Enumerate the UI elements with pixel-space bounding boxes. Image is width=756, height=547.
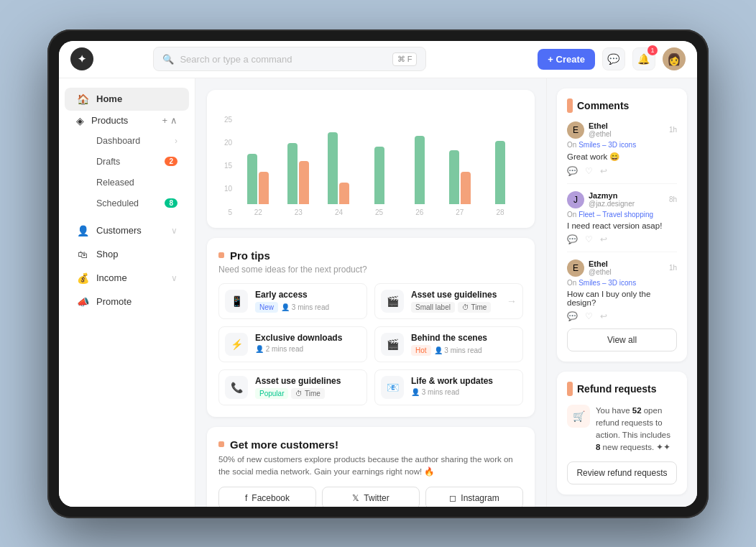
notifications-button[interactable]: 🔔 1 — [632, 47, 655, 70]
tip-title: Behind the scenes — [411, 333, 517, 343]
get-customers-card: Get more customers! 50% of new customers… — [207, 427, 535, 507]
shop-label: Shop — [96, 249, 118, 259]
bar-orange — [259, 172, 269, 204]
search-bar[interactable]: 🔍 Search or type a command ⌘ F — [153, 47, 426, 71]
like-icon[interactable]: ♡ — [585, 234, 593, 244]
notification-badge: 1 — [647, 45, 658, 55]
sidebar-item-income[interactable]: 💰 Income ∨ — [65, 267, 189, 290]
bar-group — [281, 111, 315, 204]
tip-arrow: → — [507, 295, 517, 307]
sidebar-item-scheduled[interactable]: Scheduled 8 — [65, 193, 189, 213]
share-icon[interactable]: ↩ — [600, 234, 607, 244]
bar-pair — [328, 111, 349, 204]
social-button-twitter[interactable]: 𝕏Twitter — [322, 487, 420, 507]
tip-content: Asset use guidelinesSmall label⏱ Time — [411, 290, 499, 313]
sidebar: 🏠 Home ◈ Products + ∧ Dashboard — [59, 78, 195, 507]
x-label: 27 — [443, 208, 477, 216]
create-button[interactable]: + Create — [538, 49, 595, 70]
share-icon[interactable]: ↩ — [600, 166, 607, 176]
products-icon: ◈ — [76, 115, 84, 127]
refund-card: Refund requests 🛒 You have 52 open refun… — [557, 372, 687, 495]
drafts-label: Drafts — [96, 157, 120, 167]
tip-item[interactable]: 📱Early accessNew👤 3 mins read — [218, 283, 367, 319]
reply-icon[interactable]: 💬 — [567, 166, 578, 176]
tip-item[interactable]: 🎬Behind the scenesHot👤 3 mins read — [374, 326, 523, 362]
tip-title: Life & work updates — [411, 376, 517, 386]
reply-icon[interactable]: 💬 — [567, 234, 578, 244]
like-icon[interactable]: ♡ — [585, 166, 593, 176]
comment-handle: @ethel — [589, 268, 612, 276]
bar-group — [241, 111, 275, 204]
refund-icon: 🛒 — [567, 405, 590, 428]
sidebar-item-drafts[interactable]: Drafts 2 — [65, 152, 189, 172]
chart-container: 25 20 15 10 5 22232425262 — [218, 101, 523, 216]
comment-actions: 💬 ♡ ↩ — [567, 234, 677, 244]
tip-icon: 📧 — [381, 376, 404, 399]
comment-avatar: E — [567, 121, 584, 139]
tip-tags: Small label⏱ Time — [411, 302, 499, 313]
social-buttons: fFacebook𝕏Twitter◻Instagram — [218, 487, 523, 507]
tip-item[interactable]: 📞Asset use guidelinesPopular⏱ Time — [218, 369, 367, 405]
income-chevron: ∨ — [171, 273, 178, 283]
sidebar-item-home[interactable]: 🏠 Home — [65, 88, 189, 111]
tip-title: Asset use guidelines — [255, 376, 361, 386]
pro-tips-dot — [218, 252, 224, 258]
tip-title: Early access — [255, 290, 361, 300]
comment-header: J Jazmyn @jaz.designer 8h — [567, 191, 677, 208]
tip-meta: 👤 3 mins read — [411, 388, 459, 396]
pro-tips-subtitle: Need some ideas for the next product? — [218, 265, 523, 275]
tip-item[interactable]: 🎬Asset use guidelinesSmall label⏱ Time→ — [374, 283, 523, 319]
share-icon[interactable]: ↩ — [600, 311, 607, 321]
bar-group — [402, 111, 437, 204]
sidebar-item-promote[interactable]: 📣 Promote — [65, 290, 189, 313]
tip-item[interactable]: ⚡Exclusive downloads👤 2 mins read — [218, 326, 367, 362]
user-avatar[interactable]: 👩 — [663, 47, 686, 70]
messages-icon: 💬 — [607, 53, 619, 65]
bar-green — [415, 136, 425, 204]
comment-user: Jazmyn — [589, 191, 635, 200]
top-bar-right: + Create 💬 🔔 1 👩 — [538, 47, 686, 70]
bar-pair — [374, 111, 384, 204]
sidebar-item-released[interactable]: Released — [65, 173, 189, 193]
sidebar-item-shop[interactable]: 🛍 Shop — [65, 243, 189, 266]
like-icon[interactable]: ♡ — [585, 311, 593, 321]
drafts-badge: 2 — [165, 157, 178, 166]
x-label: 25 — [362, 208, 397, 216]
comment-on-product[interactable]: Fleet – Travel shopping — [578, 211, 653, 219]
search-placeholder: Search or type a command — [180, 54, 292, 65]
messages-button[interactable]: 💬 — [602, 47, 625, 70]
sidebar-item-dashboard[interactable]: Dashboard › — [65, 131, 189, 151]
review-refund-button[interactable]: Review refund requests — [567, 461, 677, 484]
social-button-instagram[interactable]: ◻Instagram — [425, 487, 523, 507]
comment-item: E Ethel @ethel 1h On Smiles – 3D icons G… — [567, 121, 677, 184]
bar-orange — [339, 183, 349, 204]
tip-tag: ⏱ Time — [458, 302, 491, 313]
social-button-facebook[interactable]: fFacebook — [218, 487, 316, 507]
promote-label: Promote — [96, 296, 132, 307]
dashboard-label: Dashboard — [96, 136, 140, 146]
income-icon: 💰 — [76, 272, 89, 284]
collapse-products-icon[interactable]: ∧ — [170, 115, 178, 126]
comment-item: J Jazmyn @jaz.designer 8h On Fleet – Tra… — [567, 191, 677, 252]
comments-title: Comments — [567, 98, 677, 113]
products-header[interactable]: ◈ Products + ∧ — [76, 115, 178, 127]
view-all-button[interactable]: View all — [567, 328, 677, 351]
products-section: ◈ Products + ∧ — [65, 112, 189, 129]
tip-item[interactable]: 📧Life & work updates👤 3 mins read — [374, 369, 523, 405]
sidebar-item-customers[interactable]: 👤 Customers ∨ — [65, 219, 189, 242]
comment-on-product[interactable]: Smiles – 3D icons — [578, 279, 636, 287]
home-icon: 🏠 — [76, 93, 89, 105]
scheduled-label: Scheduled — [96, 198, 139, 208]
x-label: 28 — [483, 208, 517, 216]
tip-meta: 👤 3 mins read — [434, 346, 482, 354]
reply-icon[interactable]: 💬 — [567, 311, 578, 321]
bar-group — [321, 111, 356, 204]
chart-bars-area: 22232425262728 — [241, 111, 517, 216]
comment-on-product[interactable]: Smiles – 3D icons — [578, 141, 636, 149]
x-label: 23 — [281, 208, 315, 216]
add-product-icon[interactable]: + — [162, 115, 167, 126]
bar-pair — [415, 111, 425, 204]
bar-orange — [299, 161, 309, 204]
get-customers-desc: 50% of new customers explore products be… — [218, 454, 523, 479]
x-label: 22 — [241, 208, 275, 216]
